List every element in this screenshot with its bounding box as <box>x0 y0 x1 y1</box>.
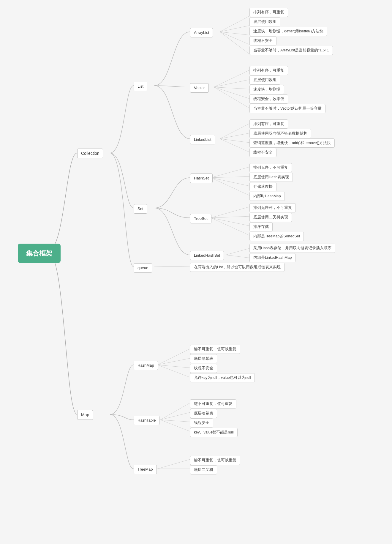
leaf-lhs1-text: 采用Hash表存储，并用双向链表记录插入顺序 <box>249 244 335 253</box>
svg-line-33 <box>157 459 190 469</box>
svg-line-9 <box>214 87 249 108</box>
leaf-ll3-text: 查询速度慢，增删快，add()和remove()方法快 <box>249 138 335 148</box>
leaf-ll3: 查询速度慢，增删快，add()和remove()方法快 <box>249 138 335 148</box>
svg-line-5 <box>214 70 249 87</box>
leaf-hm2-text: 底层哈希表 <box>190 354 217 363</box>
svg-line-20 <box>211 218 249 226</box>
svg-line-17 <box>211 178 249 195</box>
leaf-v1: 排列有序，可重复 <box>249 66 288 75</box>
leaf-hs3: 存储速度快 <box>249 182 276 191</box>
leaf-al3-text: 速度快，增删慢，getter()和setter()方法快 <box>249 27 327 36</box>
l3-arraylist-label: ArrayList <box>190 28 213 37</box>
leaf-hm1: 键不可重复，值可以重复 <box>190 345 240 354</box>
leaf-v2-text: 底层使用数组 <box>249 75 280 85</box>
leaf-ht1-text: 键不可重复，值可重复 <box>190 399 236 409</box>
leaf-al1-text: 排列有序，可重复 <box>249 8 288 17</box>
svg-line-7 <box>214 87 249 89</box>
leaf-ts3: 排序存储 <box>249 222 273 231</box>
leaf-lhs2-text: 内部是LinkedHashMap <box>249 253 295 262</box>
leaf-ht1: 键不可重复，值可重复 <box>190 399 236 409</box>
svg-line-2 <box>220 32 249 35</box>
svg-line-30 <box>160 412 190 420</box>
svg-line-32 <box>160 420 190 431</box>
leaf-hs3-text: 存储速度快 <box>249 182 276 191</box>
l3-vector-label: Vector <box>190 83 209 93</box>
svg-line-18 <box>211 207 249 218</box>
svg-line-3 <box>220 32 249 45</box>
leaf-al3: 速度快，增删慢，getter()和setter()方法快 <box>249 27 327 36</box>
l1-map-label: Map <box>77 410 93 420</box>
leaf-ll1-text: 排列有序，可重复 <box>249 119 288 129</box>
leaf-ht3: 线程安全 <box>190 418 213 428</box>
l1-collection-label: Collection <box>77 149 103 158</box>
l3-vector-node: Vector <box>190 83 209 93</box>
leaf-ts2: 底层使用二叉树实现 <box>249 213 292 222</box>
svg-line-24 <box>154 266 190 267</box>
leaf-ll4: 线程不安全 <box>249 148 276 157</box>
l3-hashtable-node: HashTable <box>134 416 159 425</box>
leaf-al5-text: 当容量不够时，ArrayList是当前容量的*1.5+1 <box>249 46 333 55</box>
l2-queue-label: queue <box>134 263 152 273</box>
l3-hashset-label: HashSet <box>190 174 213 183</box>
l3-linkedlist-node: LinkedList <box>190 135 215 144</box>
l3-arraylist-node: ArrayList <box>190 28 213 37</box>
root-label: 集合框架 <box>18 244 61 263</box>
leaf-v4: 线程安全，效率低 <box>249 94 288 104</box>
leaf-ts4: 内部是TreeMap的SortedSet <box>249 232 304 241</box>
leaf-hm1-text: 键不可重复，值可以重复 <box>190 345 240 354</box>
leaf-v5: 当容量不够时，Vector默认扩展一倍容量 <box>249 104 325 113</box>
leaf-hm4-text: 允许key为null，value也可以为null <box>190 373 255 382</box>
svg-line-23 <box>226 255 249 258</box>
leaf-al4-text: 线程不安全 <box>249 36 276 45</box>
leaf-v3-text: 速度快，增删慢 <box>249 85 284 94</box>
l3-hashmap-label: HashMap <box>134 361 158 370</box>
leaf-al2: 底层使用数组 <box>249 17 280 26</box>
leaf-ts1-text: 排列无序列，不可重复 <box>249 203 296 212</box>
leaf-ll4-text: 线程不安全 <box>249 148 276 157</box>
leaf-ts3-text: 排序存储 <box>249 222 273 231</box>
leaf-ll1: 排列有序，可重复 <box>249 119 288 129</box>
leaf-ll2: 底层使用双向循环链表数据结构 <box>249 129 311 138</box>
leaf-tm1: 键不可重复，值可以重复 <box>190 456 240 465</box>
svg-line-10 <box>220 124 249 139</box>
leaf-ts2-text: 底层使用二叉树实现 <box>249 213 292 222</box>
leaf-hs2-text: 底层使用Hash表实现 <box>249 173 293 182</box>
leaf-tm1-text: 键不可重复，值可以重复 <box>190 456 240 465</box>
leaf-lhs2: 内部是LinkedHashMap <box>249 253 295 262</box>
leaf-hm3: 线程不安全 <box>190 364 217 373</box>
leaf-ts4-text: 内部是TreeMap的SortedSet <box>249 232 304 241</box>
leaf-ht4-text: key、value都不能是null <box>190 428 238 437</box>
svg-line-1 <box>220 26 249 32</box>
svg-line-22 <box>226 248 249 255</box>
l3-treemap-node: TreeMap <box>134 465 157 474</box>
l3-hashmap-node: HashMap <box>134 361 158 370</box>
leaf-v2: 底层使用数组 <box>249 75 280 85</box>
l3-linkedhashset-label: LinkedHashSet <box>190 251 224 260</box>
svg-line-25 <box>157 349 190 365</box>
leaf-hs1-text: 排列无序，不可重复 <box>249 163 292 172</box>
svg-line-21 <box>211 218 249 235</box>
l3-treemap-label: TreeMap <box>134 465 157 474</box>
l3-linkedlist-label: LinkedList <box>190 135 215 144</box>
l2-queue-node: queue <box>134 263 152 273</box>
leaf-al5: 当容量不够时，ArrayList是当前容量的*1.5+1 <box>249 46 333 55</box>
leaf-v1-text: 排列有序，可重复 <box>249 66 288 75</box>
svg-line-11 <box>220 133 249 139</box>
leaf-q1: 在两端出入的List，所以也可以用数组或链表来实现 <box>190 263 284 272</box>
svg-line-8 <box>214 87 249 99</box>
leaf-al1: 排列有序，可重复 <box>249 8 288 17</box>
leaf-hs1: 排列无序，不可重复 <box>249 163 292 172</box>
l3-linkedhashset-node: LinkedHashSet <box>190 251 224 260</box>
svg-line-26 <box>157 358 190 365</box>
l3-hashset-node: HashSet <box>190 174 213 183</box>
leaf-v4-text: 线程安全，效率低 <box>249 94 288 104</box>
leaf-al4: 线程不安全 <box>249 36 276 45</box>
leaf-hm4: 允许key为null，value也可以为null <box>190 373 255 382</box>
svg-line-4 <box>220 32 249 54</box>
leaf-v3: 速度快，增删慢 <box>249 85 284 94</box>
svg-line-6 <box>214 80 249 87</box>
svg-line-12 <box>220 139 249 143</box>
leaf-hs4-text: 内部时HashMap <box>249 192 285 201</box>
l2-set-label: Set <box>134 204 147 214</box>
leaf-lhs1: 采用Hash表存储，并用双向链表记录插入顺序 <box>249 244 335 253</box>
